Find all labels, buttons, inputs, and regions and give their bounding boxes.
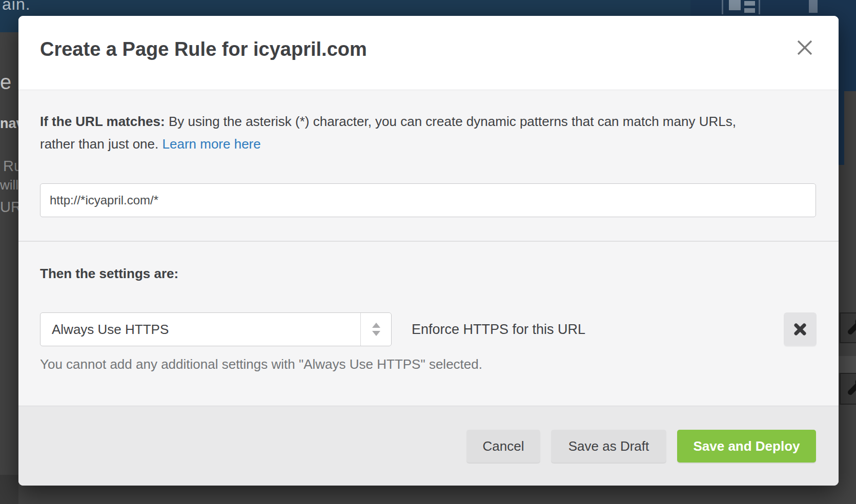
save-and-deploy-button[interactable]: Save and Deploy xyxy=(677,430,816,463)
setting-description: Enforce HTTPS for this URL xyxy=(412,312,585,346)
remove-x-icon xyxy=(793,322,807,337)
wrench-icon xyxy=(846,376,856,401)
save-as-draft-button[interactable]: Save as Draft xyxy=(551,430,666,463)
modal-header: Create a Page Rule for icyapril.com xyxy=(18,16,839,90)
navbar-separator xyxy=(722,0,723,14)
setting-note: You cannot add any additional settings w… xyxy=(40,353,482,375)
setting-row: Always Use HTTPS Enforce HTTPS for this … xyxy=(18,312,839,346)
setting-select[interactable]: Always Use HTTPS xyxy=(40,312,392,346)
setting-select-value: Always Use HTTPS xyxy=(40,322,360,338)
support-icon xyxy=(809,0,818,13)
modal-footer: Cancel Save as Draft Save and Deploy xyxy=(18,406,839,486)
settings-heading: Then the settings are: xyxy=(40,266,178,282)
remove-setting-button[interactable] xyxy=(784,312,817,346)
navbar-separator xyxy=(759,0,760,14)
footer-button-group: Cancel Save as Draft Save and Deploy xyxy=(466,430,816,463)
background-sidebar-strip xyxy=(839,91,844,165)
list-line-icon xyxy=(744,1,755,6)
learn-more-link[interactable]: Learn more here xyxy=(162,136,261,152)
list-line-icon xyxy=(744,8,755,13)
url-match-description: If the URL matches: By using the asteris… xyxy=(40,110,746,155)
chevron-up-down-icon xyxy=(360,313,391,346)
background-text-fragment: ain. xyxy=(2,0,31,14)
create-page-rule-modal: Create a Page Rule for icyapril.com If t… xyxy=(18,16,839,486)
chevron-down-icon xyxy=(372,331,380,336)
chevron-up-icon xyxy=(372,323,380,328)
url-pattern-input[interactable] xyxy=(40,183,816,217)
url-match-label: If the URL matches: xyxy=(40,114,165,129)
close-icon xyxy=(796,39,813,56)
section-divider xyxy=(18,241,839,242)
close-button[interactable] xyxy=(796,38,814,57)
cancel-button[interactable]: Cancel xyxy=(466,430,540,463)
wrench-icon xyxy=(846,316,856,340)
background-text-fragment: will xyxy=(0,177,18,193)
background-row-edge xyxy=(839,356,856,373)
background-section-edge xyxy=(0,475,18,504)
page-title: Create a Page Rule for icyapril.com xyxy=(40,38,367,60)
news-icon xyxy=(729,0,741,10)
background-text-fragment: e xyxy=(0,71,11,94)
